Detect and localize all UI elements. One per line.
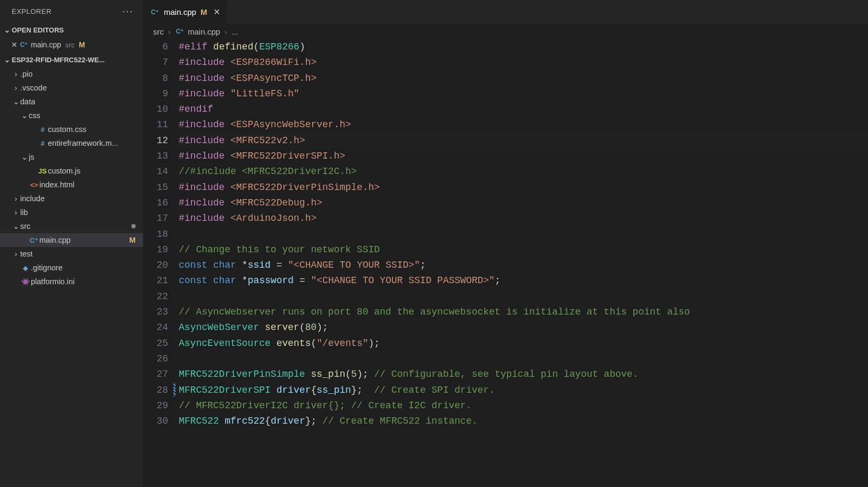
code-line[interactable]: #include <ESPAsyncWebServer.h> [179, 117, 868, 133]
code-line[interactable]: AsyncEventSource events("/events"); [179, 336, 868, 351]
open-editor-dir: src [65, 41, 74, 49]
tree-item-label: platformio.ini [31, 277, 139, 286]
code-line[interactable]: #include <ArduinoJson.h> [179, 211, 868, 226]
html-file-icon: <> [29, 181, 39, 189]
file-item[interactable]: ◆.gitignore [0, 261, 143, 275]
modified-badge: M [129, 236, 139, 244]
code-line[interactable]: MFRC522DriverSPI driver{ss_pin}; // Crea… [179, 383, 868, 398]
file-tree: ›.pio›.vscode⌄data⌄css#custom.css#entire… [0, 67, 143, 487]
tree-item-label: .vscode [20, 84, 139, 92]
css-file-icon: # [37, 126, 48, 134]
code-line[interactable]: #include <MFRC522DriverSPI.h> [179, 148, 868, 164]
code-line[interactable]: #include <MFRC522v2.h> [179, 133, 868, 148]
line-number: 28 [144, 383, 168, 398]
code-line[interactable] [179, 289, 868, 304]
file-item[interactable]: #custom.css [0, 122, 143, 136]
line-number: 8 [144, 71, 168, 86]
code-line[interactable]: #include <MFRC522DriverPinSimple.h> [179, 180, 868, 195]
close-icon[interactable]: ✕ [211, 7, 220, 17]
code-line[interactable]: // MFRC522DriverI2C driver{}; // Create … [179, 398, 868, 414]
file-item[interactable]: #entireframework.m... [0, 136, 143, 150]
breadcrumb-item[interactable]: ... [231, 27, 238, 36]
line-number: 29 [144, 398, 168, 414]
folder-item[interactable]: ›.pio [0, 67, 143, 81]
line-number: 11 [144, 117, 168, 133]
tree-item-label: custom.css [48, 125, 139, 134]
folder-item[interactable]: ›.vscode [0, 81, 143, 95]
code-line[interactable]: const char *password = "<CHANGE TO YOUR … [179, 273, 868, 288]
line-number: 23 [144, 304, 168, 320]
gutter-marker [173, 383, 176, 397]
chevron-down-icon: ⌄ [2, 26, 12, 34]
tree-item-label: css [29, 111, 139, 120]
more-icon[interactable]: ··· [122, 6, 133, 17]
code-line[interactable]: // Change this to your network SSID [179, 242, 868, 258]
line-number: 30 [144, 414, 168, 429]
folder-item[interactable]: ›test [0, 247, 143, 261]
open-editors-section[interactable]: ⌄ OPEN EDITORS [0, 22, 143, 37]
folder-item[interactable]: ⌄src [0, 219, 143, 233]
code-line[interactable] [179, 227, 868, 242]
code-line[interactable]: #include <ESPAsyncTCP.h> [179, 71, 868, 86]
chevron-down-icon: ⌄ [20, 153, 29, 161]
code-line[interactable]: #include <ESP8266WiFi.h> [179, 55, 868, 70]
line-number: 17 [144, 211, 168, 226]
file-item[interactable]: JScustom.js [0, 164, 143, 178]
editor-area: C⁺ main.cpp M ✕ src › C⁺ main.cpp › ... … [144, 0, 868, 487]
open-editor-item[interactable]: ✕ C⁺ main.cpp src M [0, 37, 143, 52]
tab-main-cpp[interactable]: C⁺ main.cpp M ✕ [144, 1, 227, 23]
line-number: 24 [144, 320, 168, 335]
folder-item[interactable]: ›lib [0, 205, 143, 219]
line-number: 13 [144, 148, 168, 164]
close-icon[interactable]: ✕ [10, 40, 19, 49]
code-line[interactable]: #endif [179, 102, 868, 117]
open-editor-filename: main.cpp [31, 40, 61, 49]
tab-filename: main.cpp [164, 7, 196, 16]
breadcrumb[interactable]: src › C⁺ main.cpp › ... [144, 23, 868, 39]
code-content[interactable]: #elif defined(ESP8266)#include <ESP8266W… [179, 39, 868, 487]
tree-item-label: test [20, 250, 139, 258]
cpp-file-icon: C⁺ [19, 40, 29, 49]
line-number: 18 [144, 227, 168, 242]
code-line[interactable]: //#include <MFRC522DriverI2C.h> [179, 164, 868, 179]
folder-item[interactable]: ⌄js [0, 150, 143, 164]
code-line[interactable]: #elif defined(ESP8266) [179, 39, 868, 55]
platformio-icon: 👾 [20, 278, 31, 286]
line-number: 19 [144, 242, 168, 258]
line-number: 21 [144, 273, 168, 288]
tree-item-label: entireframework.m... [48, 139, 139, 147]
code-line[interactable]: AsyncWebServer server(80); [179, 320, 868, 335]
line-number: 12 [144, 133, 168, 148]
breadcrumb-item[interactable]: main.cpp [188, 27, 220, 36]
code-line[interactable] [179, 351, 868, 367]
code-line[interactable]: MFRC522DriverPinSimple ss_pin(5); // Con… [179, 367, 868, 382]
line-number-gutter: 6789101112131415161718192021222324252627… [144, 39, 179, 487]
file-item[interactable]: 👾platformio.ini [0, 275, 143, 288]
code-editor[interactable]: 6789101112131415161718192021222324252627… [144, 39, 868, 487]
line-number: 25 [144, 336, 168, 351]
folder-item[interactable]: ⌄data [0, 95, 143, 109]
code-line[interactable]: MFRC522 mfrc522{driver}; // Create MFRC5… [179, 414, 868, 429]
code-line[interactable]: const char *ssid = "<CHANGE TO YOUR SSID… [179, 258, 868, 273]
line-number: 26 [144, 351, 168, 367]
chevron-right-icon: › [12, 250, 20, 258]
file-item[interactable]: C⁺main.cppM [0, 233, 143, 247]
breadcrumb-item[interactable]: src [153, 27, 164, 36]
line-number: 9 [144, 86, 168, 102]
code-line[interactable]: #include "LittleFS.h" [179, 86, 868, 102]
chevron-right-icon: › [223, 27, 228, 36]
line-number: 7 [144, 55, 168, 70]
folder-item[interactable]: ›include [0, 192, 143, 205]
folder-item[interactable]: ⌄css [0, 109, 143, 122]
tree-item-label: lib [20, 208, 139, 217]
code-line[interactable]: // AsyncWebserver runs on port 80 and th… [179, 304, 868, 320]
project-label: ESP32-RFID-MFRC522-WE... [12, 56, 105, 64]
tree-item-label: custom.js [48, 167, 139, 175]
line-number: 6 [144, 39, 168, 55]
code-line[interactable]: #include <MFRC522Debug.h> [179, 195, 868, 211]
file-item[interactable]: <>index.html [0, 178, 143, 192]
js-file-icon: JS [37, 167, 48, 175]
project-section[interactable]: ⌄ ESP32-RFID-MFRC522-WE... [0, 52, 143, 67]
cpp-file-icon: C⁺ [175, 27, 185, 36]
tree-item-label: include [20, 194, 139, 203]
